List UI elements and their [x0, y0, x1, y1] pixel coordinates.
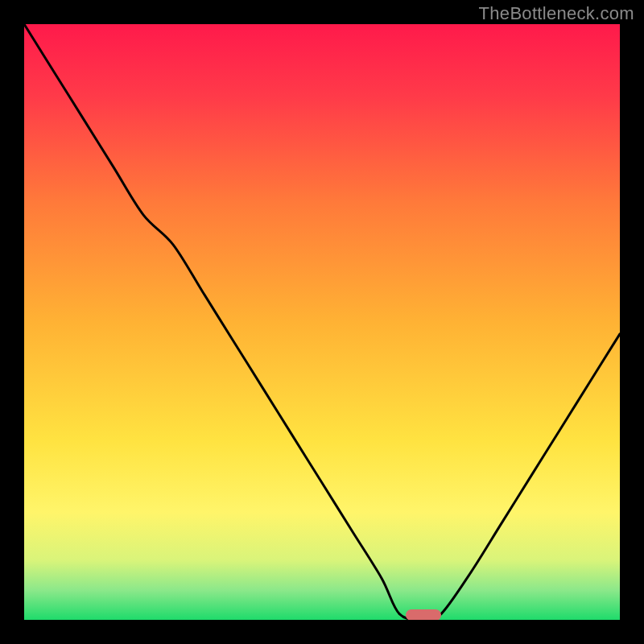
optimal-marker	[406, 609, 441, 620]
bottleneck-curve	[24, 24, 620, 620]
chart-frame: TheBottleneck.com	[0, 0, 644, 644]
plot-area	[24, 24, 620, 620]
watermark-text: TheBottleneck.com	[479, 3, 634, 24]
